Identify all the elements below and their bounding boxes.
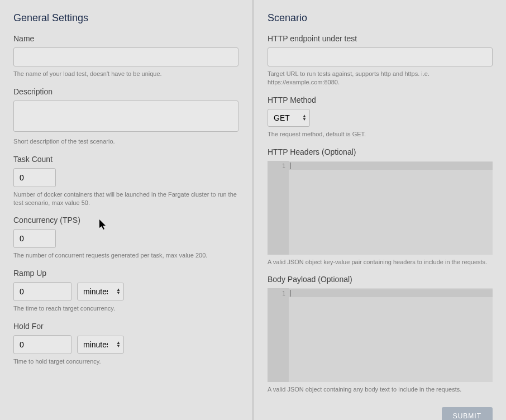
description-field: Description Short description of the tes… [13,87,238,146]
description-input[interactable] [13,101,238,132]
ramp-up-field: Ramp Up minutes ▲▼ The time to reach tar… [13,269,238,313]
body-gutter: 1 [268,288,289,382]
description-help: Short description of the test scenario. [13,137,238,146]
method-help: The request method, default is GET. [268,130,493,139]
scenario-panel: Scenario HTTP endpoint under test Target… [254,0,506,420]
endpoint-input[interactable] [268,47,493,66]
body-body[interactable] [289,288,493,382]
submit-button[interactable]: SUBMIT [442,407,493,420]
hold-for-label: Hold For [13,322,238,331]
concurrency-help: The number of concurrent requests genera… [13,251,238,260]
method-select-wrap: GET ▲▼ [268,109,310,127]
method-select[interactable]: GET [268,109,310,127]
method-label: HTTP Method [268,96,493,104]
ramp-up-unit-select[interactable]: minutes [77,283,124,300]
body-current-line [289,289,493,297]
endpoint-help: Target URL to run tests against, support… [268,70,493,87]
name-input[interactable] [13,47,238,66]
hold-for-unit-wrap: minutes ▲▼ [77,336,124,354]
concurrency-label: Concurrency (TPS) [13,216,238,225]
ramp-up-help: The time to reach target concurrency. [13,304,238,313]
task-count-help: Number of docker containers that will be… [13,190,238,207]
headers-editor[interactable]: 1 [268,161,493,255]
name-field: Name The name of your load test, doesn't… [13,34,238,78]
headers-label: HTTP Headers (Optional) [268,147,493,156]
scenario-title: Scenario [268,12,493,24]
headers-body[interactable] [289,161,493,255]
body-field: Body Payload (Optional) 1 A valid JSON o… [268,275,493,394]
endpoint-field: HTTP endpoint under test Target URL to r… [268,34,493,87]
headers-gutter: 1 [268,161,289,255]
body-label: Body Payload (Optional) [268,275,493,284]
hold-for-input[interactable] [13,335,71,354]
general-settings-title: General Settings [13,12,238,24]
task-count-field: Task Count Number of docker containers t… [13,155,238,207]
task-count-input[interactable] [13,168,56,187]
submit-row: SUBMIT [268,407,493,420]
hold-for-field: Hold For minutes ▲▼ Time to hold target … [13,322,238,366]
text-cursor-icon [290,163,290,169]
name-label: Name [13,34,238,43]
description-label: Description [13,87,238,96]
headers-field: HTTP Headers (Optional) 1 A valid JSON o… [268,147,493,266]
general-settings-panel: General Settings Name The name of your l… [0,0,254,420]
ramp-up-input[interactable] [13,282,71,301]
ramp-up-label: Ramp Up [13,269,238,278]
body-editor[interactable]: 1 [268,288,493,382]
headers-current-line [289,162,493,170]
text-cursor-icon [290,290,290,297]
ramp-up-unit-wrap: minutes ▲▼ [77,283,124,300]
task-count-label: Task Count [13,155,238,164]
hold-for-help: Time to hold target concurrency. [13,357,238,366]
method-field: HTTP Method GET ▲▼ The request method, d… [268,96,493,139]
body-help: A valid JSON object containing any body … [268,385,493,394]
hold-for-unit-select[interactable]: minutes [77,336,124,354]
concurrency-input[interactable] [13,229,56,248]
name-help: The name of your load test, doesn't have… [13,70,238,78]
headers-help: A valid JSON object key-value pair conta… [268,258,493,266]
concurrency-field: Concurrency (TPS) The number of concurre… [13,216,238,260]
endpoint-label: HTTP endpoint under test [268,34,493,43]
